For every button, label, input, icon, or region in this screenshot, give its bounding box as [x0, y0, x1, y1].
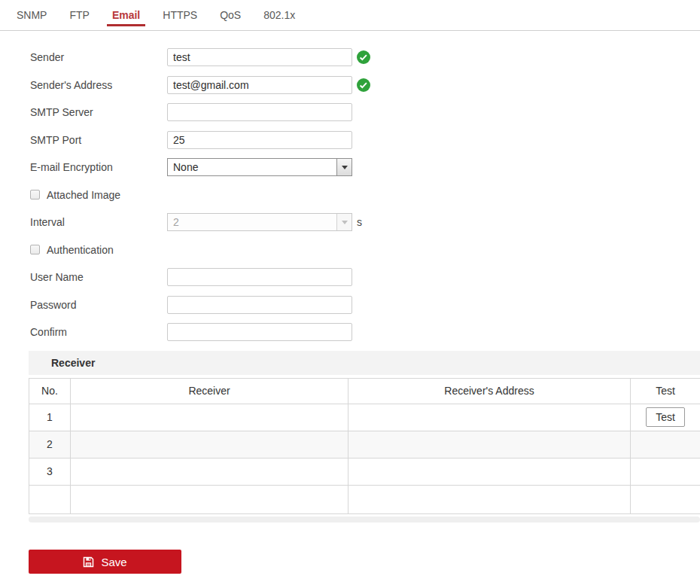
sender-label: Sender: [30, 51, 167, 63]
column-header-test: Test: [631, 378, 700, 404]
confirm-row: Confirm: [30, 318, 700, 346]
test-cell: [631, 458, 700, 485]
encryption-row: E-mail Encryption None: [30, 154, 700, 181]
username-label: User Name: [30, 271, 167, 283]
chevron-down-icon: [336, 214, 352, 230]
sender-input[interactable]: [167, 48, 352, 66]
interval-select[interactable]: 2: [167, 213, 352, 231]
authentication-row: Authentication: [30, 236, 700, 264]
tab-https[interactable]: HTTPS: [163, 0, 197, 30]
test-cell: Test: [631, 404, 700, 431]
sender-address-label: Sender's Address: [30, 79, 167, 91]
check-circle-icon: [357, 50, 370, 64]
encryption-selected-value: None: [168, 159, 336, 175]
encryption-label: E-mail Encryption: [30, 161, 167, 173]
attached-image-label: Attached Image: [47, 189, 120, 201]
smtp-server-row: SMTP Server: [30, 99, 700, 126]
tab-8021x[interactable]: 802.1x: [263, 0, 295, 30]
receiver-name-cell[interactable]: [71, 485, 348, 513]
authentication-label: Authentication: [47, 244, 114, 256]
column-header-no: No.: [29, 378, 71, 404]
confirm-input[interactable]: [167, 323, 352, 341]
receiver-address-cell[interactable]: [348, 458, 631, 485]
smtp-server-label: SMTP Server: [30, 106, 167, 118]
receiver-section-header: Receiver: [29, 351, 700, 375]
floppy-disk-icon: [83, 556, 94, 568]
tab-email[interactable]: Email: [112, 0, 140, 30]
sender-row: Sender: [30, 44, 700, 72]
interval-row: Interval 2 s: [30, 209, 700, 236]
table-header-row: No. Receiver Receiver's Address Test: [29, 378, 700, 404]
test-cell: [631, 431, 700, 458]
password-row: Password: [30, 291, 700, 319]
tab-ftp[interactable]: FTP: [69, 0, 89, 30]
chevron-down-icon[interactable]: [336, 159, 352, 175]
test-button[interactable]: Test: [646, 407, 685, 427]
attached-image-row: Attached Image: [30, 181, 700, 209]
smtp-server-input[interactable]: [167, 103, 352, 121]
test-cell: [631, 485, 700, 513]
save-button[interactable]: Save: [29, 550, 181, 574]
receiver-table: No. Receiver Receiver's Address Test 1 T…: [29, 378, 700, 514]
tab-qos[interactable]: QoS: [220, 0, 241, 30]
row-number-cell: 3: [29, 458, 71, 485]
username-input[interactable]: [167, 268, 352, 286]
interval-label: Interval: [30, 216, 167, 228]
receiver-address-cell[interactable]: [348, 404, 631, 431]
receiver-address-cell[interactable]: [348, 485, 631, 513]
receiver-name-cell[interactable]: [71, 431, 348, 458]
table-row: 3: [29, 458, 700, 485]
attached-image-checkbox[interactable]: [30, 190, 40, 200]
email-settings-form: Sender Sender's Address SMTP Server SMTP…: [0, 31, 700, 346]
receiver-name-cell[interactable]: [71, 458, 348, 485]
tab-bar: SNMP FTP Email HTTPS QoS 802.1x: [0, 0, 700, 31]
smtp-port-input[interactable]: [167, 131, 352, 149]
interval-selected-value: 2: [168, 214, 336, 230]
sender-address-input[interactable]: [167, 76, 352, 94]
table-row: 2: [29, 431, 700, 458]
tab-snmp[interactable]: SNMP: [17, 0, 47, 30]
row-number-cell: 1: [29, 404, 71, 431]
smtp-port-label: SMTP Port: [30, 134, 167, 146]
row-number-cell: [29, 485, 71, 513]
confirm-label: Confirm: [30, 326, 167, 338]
smtp-port-row: SMTP Port: [30, 126, 700, 154]
column-header-receiver: Receiver: [71, 378, 348, 404]
horizontal-scrollbar[interactable]: [29, 516, 700, 522]
save-button-label: Save: [101, 556, 126, 568]
row-number-cell: 2: [29, 431, 71, 458]
receiver-name-cell[interactable]: [71, 404, 348, 431]
interval-unit-label: s: [357, 216, 362, 228]
table-row: 1 Test: [29, 404, 700, 431]
receiver-address-cell[interactable]: [348, 431, 631, 458]
authentication-checkbox[interactable]: [30, 245, 40, 254]
encryption-select[interactable]: None: [167, 158, 352, 176]
sender-address-row: Sender's Address: [30, 72, 700, 99]
password-input[interactable]: [167, 296, 352, 314]
table-row: [29, 485, 700, 513]
password-label: Password: [30, 299, 167, 311]
username-row: User Name: [30, 264, 700, 291]
column-header-address: Receiver's Address: [348, 378, 631, 404]
receiver-section-title: Receiver: [51, 357, 95, 369]
check-circle-icon: [357, 78, 370, 92]
